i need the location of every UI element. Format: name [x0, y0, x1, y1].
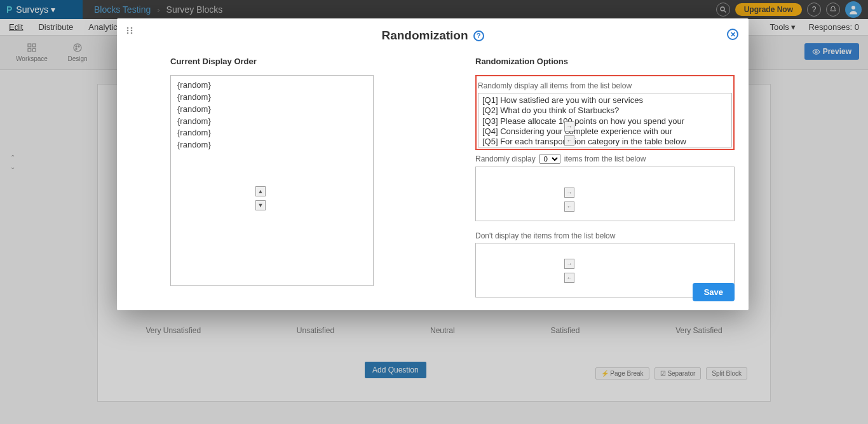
transfer-right-3[interactable]: → [564, 259, 574, 269]
random-all-list[interactable]: [Q1] How satisfied are you with our serv… [478, 93, 732, 147]
transfer-right-2[interactable]: → [564, 188, 574, 198]
right-section-header: Randomization Options [475, 57, 735, 66]
grip-icon [126, 26, 135, 35]
transfer-right-1[interactable]: → [564, 121, 574, 132]
move-up-button[interactable]: ▲ [255, 186, 266, 196]
list-item[interactable]: [Q5] For each transportation category in… [482, 137, 728, 147]
list-item[interactable]: {random} [177, 79, 367, 92]
svg-point-12 [127, 27, 129, 29]
list-item[interactable]: [Q2] What do you think of Starbucks? [482, 106, 728, 116]
save-button[interactable]: Save [693, 283, 735, 301]
highlighted-option: Randomly display all items from the list… [475, 75, 735, 150]
svg-point-17 [131, 32, 133, 34]
list-item[interactable]: {random} [177, 104, 367, 116]
modal-help-button[interactable]: ? [473, 31, 484, 41]
list-item[interactable]: {random} [177, 92, 367, 104]
transfer-left-1[interactable]: ← [564, 135, 574, 146]
svg-point-16 [131, 30, 133, 32]
random-n-list[interactable] [475, 167, 735, 221]
svg-point-13 [127, 30, 129, 32]
display-order-list[interactable]: {random} {random} {random} {random} {ran… [170, 75, 374, 286]
modal-title: Randomization ? [131, 29, 735, 43]
opt2-row: Randomly display 0 items from the list b… [475, 154, 735, 164]
move-down-button[interactable]: ▼ [255, 200, 266, 210]
opt1-label: Randomly display all items from the list… [478, 81, 732, 90]
svg-point-15 [131, 27, 133, 29]
list-item[interactable]: [Q4] Considering your complete experienc… [482, 127, 728, 137]
random-count-select[interactable]: 0 [539, 154, 560, 164]
list-item[interactable]: {random} [177, 127, 367, 139]
opt3-label: Don't display the items from the list be… [475, 231, 735, 240]
transfer-left-3[interactable]: ← [564, 273, 574, 283]
modal-drag-handle[interactable] [126, 26, 135, 35]
left-section-header: Current Display Order [170, 57, 374, 66]
list-item[interactable]: {random} [177, 116, 367, 128]
modal-close-button[interactable]: ✕ [727, 29, 738, 40]
randomization-modal: Randomization ? ✕ ▲ ▼ → ← → ← → ← Curren… [117, 18, 749, 310]
svg-point-14 [127, 32, 129, 34]
list-item[interactable]: [Q3] Please allocate 100 points on how y… [482, 116, 728, 127]
transfer-left-2[interactable]: ← [564, 202, 574, 212]
list-item[interactable]: [Q1] How satisfied are you with our serv… [482, 95, 728, 106]
list-item[interactable]: {random} [177, 139, 367, 151]
